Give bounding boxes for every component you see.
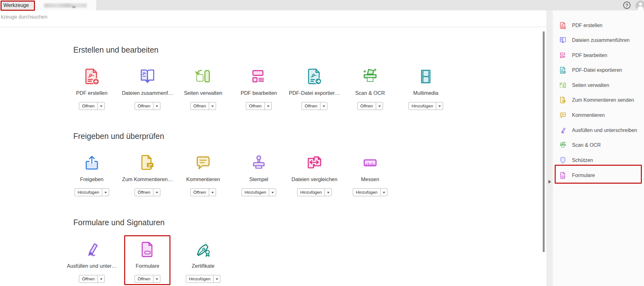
- tool-action-button[interactable]: Hinzufügen: [242, 188, 276, 196]
- avatar[interactable]: [636, 1, 644, 11]
- edit-pdf-icon[interactable]: [249, 67, 268, 86]
- forms-icon: [559, 171, 567, 180]
- tool-action-button[interactable]: Hinzufügen: [297, 188, 332, 196]
- scrollbar-thumb[interactable]: [543, 31, 545, 252]
- tool-action-button[interactable]: Öffnen: [135, 275, 160, 283]
- sidebar-item-scan-ocr[interactable]: Scan & OCR: [559, 141, 601, 149]
- sidebar-item-kommentieren[interactable]: Kommentieren: [559, 111, 605, 119]
- tool-action-button-label[interactable]: Öffnen: [246, 102, 264, 110]
- tool-tile: PDF-Datei exportier…Öffnen: [287, 67, 342, 110]
- dropdown-arrow-icon[interactable]: [153, 189, 160, 196]
- tool-action-button[interactable]: Öffnen: [190, 188, 216, 196]
- tool-action-button[interactable]: Öffnen: [79, 102, 105, 110]
- stamp-icon[interactable]: [249, 153, 268, 172]
- certificates-icon[interactable]: [194, 240, 213, 259]
- organize-pages-icon[interactable]: [194, 67, 213, 86]
- compare-files-icon[interactable]: [305, 153, 324, 172]
- tool-action-button-label[interactable]: Hinzufügen: [409, 102, 436, 110]
- tool-tile-label: PDF bearbeiten: [231, 90, 286, 96]
- dropdown-arrow-icon[interactable]: [102, 189, 109, 196]
- export-pdf-icon[interactable]: [305, 67, 324, 86]
- sidebar-item-formulare[interactable]: Formulare: [559, 171, 595, 180]
- tool-action-button-label[interactable]: Hinzufügen: [75, 189, 102, 196]
- tool-tile: StempelHinzufügen: [231, 153, 286, 196]
- tool-action-button[interactable]: Hinzufügen: [75, 188, 109, 196]
- tool-action-button-label[interactable]: Öffnen: [191, 189, 209, 196]
- help-icon[interactable]: ?: [623, 2, 630, 9]
- sidebar-item-seiten-verwalten[interactable]: Seiten verwalten: [559, 81, 609, 89]
- dropdown-arrow-icon[interactable]: [264, 102, 271, 110]
- tool-action-button-label[interactable]: Öffnen: [191, 102, 209, 110]
- tool-tile: MessenHinzufügen: [342, 153, 398, 196]
- sidebar-item-pdf-datei-exportieren[interactable]: PDF-Datei exportieren: [559, 66, 622, 74]
- tool-tile-label: Dateien vergleichen: [287, 176, 342, 183]
- right-sidebar: PDF erstellenDateien zusammenführenPDF b…: [552, 10, 644, 286]
- dropdown-arrow-icon[interactable]: [209, 102, 216, 110]
- measure-icon[interactable]: [361, 153, 380, 172]
- tool-action-button-label[interactable]: Hinzufügen: [353, 189, 380, 196]
- dropdown-arrow-icon[interactable]: [380, 189, 387, 196]
- tool-action-button[interactable]: Öffnen: [135, 102, 160, 110]
- tool-tile-label: Zum Kommentieren…: [120, 176, 175, 183]
- dropdown-arrow-icon[interactable]: [213, 275, 220, 283]
- sidebar-item-label: Kommentieren: [572, 112, 605, 118]
- dropdown-arrow-icon[interactable]: [153, 275, 160, 283]
- sidebar-item-label: Formulare: [572, 173, 595, 178]
- sidebar-item-label: Schützen: [572, 157, 593, 163]
- share-icon[interactable]: [82, 153, 101, 172]
- scan-ocr-icon[interactable]: [361, 67, 380, 86]
- dropdown-arrow-icon[interactable]: [153, 102, 160, 110]
- tool-action-button[interactable]: Öffnen: [79, 275, 105, 283]
- tool-action-button[interactable]: Öffnen: [190, 102, 216, 110]
- tool-action-button-label[interactable]: Öffnen: [135, 189, 153, 196]
- sidebar-item-label: PDF erstellen: [572, 23, 602, 28]
- comment-icon[interactable]: [194, 153, 213, 172]
- tool-action-button[interactable]: Hinzufügen: [186, 275, 220, 283]
- sidebar-item-pdf-erstellen[interactable]: PDF erstellen: [559, 21, 602, 30]
- sidebar-item-label: Dateien zusammenführen: [572, 37, 630, 43]
- dropdown-arrow-icon[interactable]: [436, 102, 443, 110]
- tool-action-button-label[interactable]: Öffnen: [302, 102, 320, 110]
- sidebar-item-label: Scan & OCR: [572, 142, 601, 148]
- tool-action-button-label[interactable]: Hinzufügen: [186, 275, 213, 283]
- tool-action-button[interactable]: Hinzufügen: [408, 102, 443, 110]
- forms-icon[interactable]: [138, 240, 157, 259]
- tool-action-button[interactable]: Öffnen: [246, 102, 272, 110]
- tool-action-button-label[interactable]: Öffnen: [135, 275, 153, 283]
- sidebar-item-ausfüllen-und-unterschreiben[interactable]: Ausfüllen und unterschreiben: [559, 126, 637, 134]
- send-for-comments-icon[interactable]: [138, 153, 157, 172]
- sidebar-item-pdf-bearbeiten[interactable]: PDF bearbeiten: [559, 51, 607, 60]
- tool-tile: ZertifikateHinzufügen: [175, 240, 231, 283]
- tool-action-button-label[interactable]: Hinzufügen: [297, 189, 325, 196]
- dropdown-arrow-icon[interactable]: [97, 102, 104, 110]
- dropdown-arrow-icon[interactable]: [209, 189, 216, 196]
- tool-action-button-label[interactable]: Hinzufügen: [242, 189, 269, 196]
- tool-tile-label: Formulare: [120, 263, 175, 269]
- sidebar-item-schützen[interactable]: Schützen: [559, 156, 593, 164]
- tool-action-button[interactable]: Hinzufügen: [353, 188, 387, 196]
- tool-action-button[interactable]: Öffnen: [357, 102, 383, 110]
- rich-media-icon[interactable]: [416, 67, 435, 86]
- dropdown-arrow-icon[interactable]: [320, 102, 327, 110]
- tool-tile-label: Freigeben: [64, 176, 119, 183]
- tool-action-button-label[interactable]: Öffnen: [358, 102, 376, 110]
- tool-action-button[interactable]: Öffnen: [135, 188, 160, 196]
- pdf-create-icon[interactable]: [82, 67, 101, 86]
- dropdown-arrow-icon[interactable]: [325, 189, 331, 196]
- tool-action-button-label[interactable]: Öffnen: [135, 102, 153, 110]
- tool-action-button-label[interactable]: Öffnen: [79, 275, 97, 283]
- export-pdf-icon: [559, 66, 567, 74]
- dropdown-arrow-icon[interactable]: [97, 275, 104, 283]
- sidebar-item-dateien-zusammenführen[interactable]: Dateien zusammenführen: [559, 36, 630, 44]
- tool-action-button[interactable]: Öffnen: [302, 102, 327, 110]
- section-title: Freigeben und überprüfen: [73, 132, 164, 141]
- fill-sign-icon[interactable]: [82, 240, 101, 259]
- section-title: Formulare und Signaturen: [73, 218, 164, 227]
- tool-tile: Scan & OCRÖffnen: [342, 67, 398, 110]
- tool-action-button-label[interactable]: Öffnen: [79, 102, 97, 110]
- dropdown-arrow-icon[interactable]: [269, 189, 276, 196]
- person-icon-body: [637, 6, 644, 11]
- sidebar-item-zum-kommentieren-senden[interactable]: Zum Kommentieren senden: [559, 96, 634, 104]
- combine-files-icon[interactable]: [138, 67, 157, 86]
- dropdown-arrow-icon[interactable]: [376, 102, 383, 110]
